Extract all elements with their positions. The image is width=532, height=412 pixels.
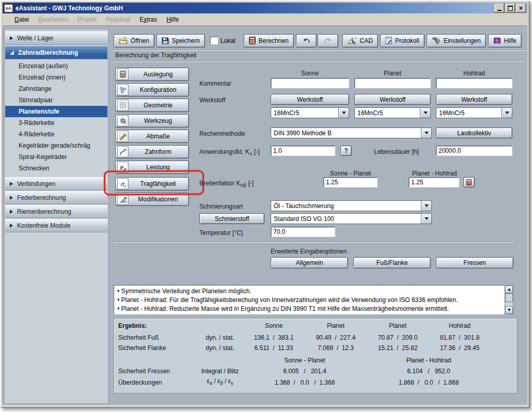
close-button[interactable]: × [516, 4, 526, 12]
fuss-flanke-button[interactable]: Fuß/Flanke [353, 257, 431, 268]
chevron-down-icon[interactable] [338, 108, 349, 118]
lebensdauer-label: Lebensdauer [h] [374, 148, 419, 155]
sidebar-item-3-raederkette[interactable]: 3-Räderkette [5, 117, 107, 129]
sidebar-item-einzelrad-aussen[interactable]: Einzelrad (außen) [5, 60, 107, 72]
lastkollektiv-button[interactable]: Lastkollektiv [436, 128, 512, 138]
schmierstoff-select[interactable]: Standard ISO VG 100 [271, 213, 432, 224]
results-header-planet-1: Planet [305, 322, 367, 329]
sidebar-item-zahnstange[interactable]: Zahnstange [5, 83, 107, 94]
zahnform-button[interactable]: Zahnform [115, 145, 189, 159]
cad-button[interactable]: CAD [342, 34, 378, 47]
sidebar-item-4-raederkette[interactable]: 4-Räderkette [5, 129, 107, 140]
material-select-planet[interactable]: 16MnCr5 [354, 107, 431, 118]
fressen-button[interactable]: Fressen [436, 257, 513, 268]
allgemein-button[interactable]: Allgemein [271, 257, 348, 268]
schmierungsart-label: Schmierungsart [199, 203, 243, 210]
lokal-checkbox-group: Lokal [210, 37, 236, 44]
chevron-down-icon[interactable] [502, 108, 512, 118]
ruler-pencil-icon [119, 133, 127, 140]
werkstoff-button-sonne[interactable]: Werkstoff [271, 94, 349, 105]
chevron-down-icon[interactable] [421, 201, 431, 211]
result-row-label: Sicherheit Flanke [118, 344, 166, 352]
save-button[interactable]: Speichern [157, 34, 205, 47]
result-value: 15.21 / 25.82 [367, 344, 429, 352]
anwendungsfaktor-input[interactable] [271, 146, 335, 156]
rechenmethode-select[interactable]: DIN 3990 Methode B [271, 128, 432, 138]
abmasse-button[interactable]: Abmaße [115, 130, 189, 143]
result-value: 70.87 / 209.0 [367, 334, 429, 341]
results-pair-header-sonne-planet: Sonne - Planet [243, 357, 367, 364]
scrollbar-thumb[interactable] [505, 293, 513, 302]
chevron-down-icon[interactable] [421, 128, 431, 138]
temperatur-input[interactable] [271, 227, 335, 237]
result-value: 81.87 / 301.8 [429, 334, 491, 341]
column-header-planet: Planet [354, 70, 431, 77]
sidebar-item-schnecken[interactable]: Schnecken [5, 163, 107, 174]
chevron-open-icon [10, 51, 14, 55]
sidebar-item-stirnradpaar[interactable]: Stirnradpaar [5, 94, 107, 106]
werkzeug-button[interactable]: Werkzeug [115, 114, 189, 128]
einstellungen-button[interactable]: Einstellungen [427, 34, 486, 47]
floppy-disk-icon [162, 37, 169, 44]
results-header-sonne: Sonne [243, 322, 305, 329]
maximize-button[interactable] [505, 4, 515, 12]
kommentar-input-sonne[interactable] [271, 78, 349, 88]
open-button[interactable]: Öffnen [114, 34, 154, 47]
kommentar-input-planet[interactable] [354, 78, 431, 88]
column-header-sonne: Sonne [271, 70, 349, 77]
menu-datei[interactable]: Datei [10, 15, 34, 24]
result-row-label: Überdeckungen [118, 379, 162, 386]
page-title: Berechnung der Tragfähigkeit [115, 52, 196, 59]
sidebar-section-verbindungen[interactable]: Verbindungen [5, 177, 107, 191]
titlebar[interactable]: eA eAssistant - GWJ Technology GmbH × [3, 3, 527, 13]
lokal-checkbox[interactable] [210, 37, 218, 44]
kommentar-input-hohlrad[interactable] [436, 78, 512, 88]
breitenfaktor-input-planet-hohlrad[interactable] [409, 177, 459, 187]
minimize-button[interactable] [494, 4, 504, 12]
anwendungsfaktor-label: Anwendungsfkt. KA [-] [199, 148, 260, 156]
power-p-icon: P [119, 164, 127, 171]
results-pair-header-planet-hohlrad: Planet - Hohlrad [367, 357, 491, 364]
menu-hilfe[interactable]: Hilfe [162, 15, 183, 24]
sidebar-item-spiral-kegelraeder[interactable]: Spiral-Kegelräder [5, 151, 107, 163]
werkstoff-button-hohlrad[interactable]: Werkstoff [436, 94, 512, 105]
konfiguration-button[interactable]: Konfiguration [115, 83, 189, 97]
tragfaehigkeit-button[interactable]: σx Tragfähigkeit [115, 177, 189, 191]
geometrie-button[interactable]: Geometrie [115, 99, 189, 112]
chevron-down-icon[interactable] [420, 108, 430, 118]
schmierungsart-select[interactable]: Öl - Tauchschmierung [271, 200, 432, 211]
material-select-sonne[interactable]: 16MnCr5 [271, 107, 349, 118]
protokoll-button[interactable]: Protokoll [380, 34, 425, 47]
sidebar-section-welle-lager[interactable]: Welle / Lager [5, 31, 107, 45]
menu-extras[interactable]: Extras [135, 15, 162, 24]
material-select-hohlrad[interactable]: 16MnCr5 [436, 107, 512, 118]
berechnen-button[interactable]: Berechnen [244, 34, 294, 47]
sidebar-item-kegelraeder[interactable]: Kegelräder gerade/schräg [5, 140, 107, 151]
hilfe-button[interactable]: ? Hilfe [488, 34, 522, 47]
undo-button[interactable] [296, 34, 317, 47]
sidebar-item-einzelrad-innen[interactable]: Einzelrad (innen) [5, 72, 107, 83]
sidebar-section-riemenberechnung[interactable]: Riemenberechnung [5, 205, 107, 218]
sidebar-section-zahnradberechnung[interactable]: Zahnradberechnung [5, 46, 107, 59]
help-button[interactable]: ? [340, 146, 352, 156]
modifikationen-button[interactable]: Modifikationen [115, 193, 189, 206]
scroll-down-button[interactable] [505, 306, 513, 314]
auslegung-button[interactable]: Auslegung [115, 68, 189, 81]
lebensdauer-input[interactable] [436, 146, 512, 156]
menubar: Datei Bearbeiten Projekt Protokoll Extra… [3, 13, 527, 25]
app-window: eA eAssistant - GWJ Technology GmbH × Da… [1, 1, 529, 408]
messages-box: • Symmetrische Verteilung der Planeten m… [114, 285, 505, 314]
sidebar-item-planetenstufe[interactable]: Planetenstufe [5, 106, 107, 117]
werkstoff-button-planet[interactable]: Werkstoff [354, 94, 431, 105]
chevron-down-icon[interactable] [421, 214, 431, 224]
column-header-hohlrad: Hohlrad [436, 70, 512, 77]
scroll-up-button[interactable] [505, 286, 513, 293]
leistung-button[interactable]: P Leistung [115, 161, 189, 174]
sidebar-section-kostenfreie-module[interactable]: Kostenfreie Module [5, 219, 107, 232]
window-title: eAssistant - GWJ Technology GmbH [15, 5, 123, 12]
breitenfaktor-input-sonne-planet[interactable] [323, 177, 378, 187]
breitenfaktor-calc-button[interactable] [463, 177, 475, 187]
messages-scrollbar[interactable] [505, 285, 513, 314]
schmierstoff-button[interactable]: Schmierstoff [199, 213, 264, 224]
sidebar-section-federberechnung[interactable]: Federberechnung [5, 191, 107, 204]
